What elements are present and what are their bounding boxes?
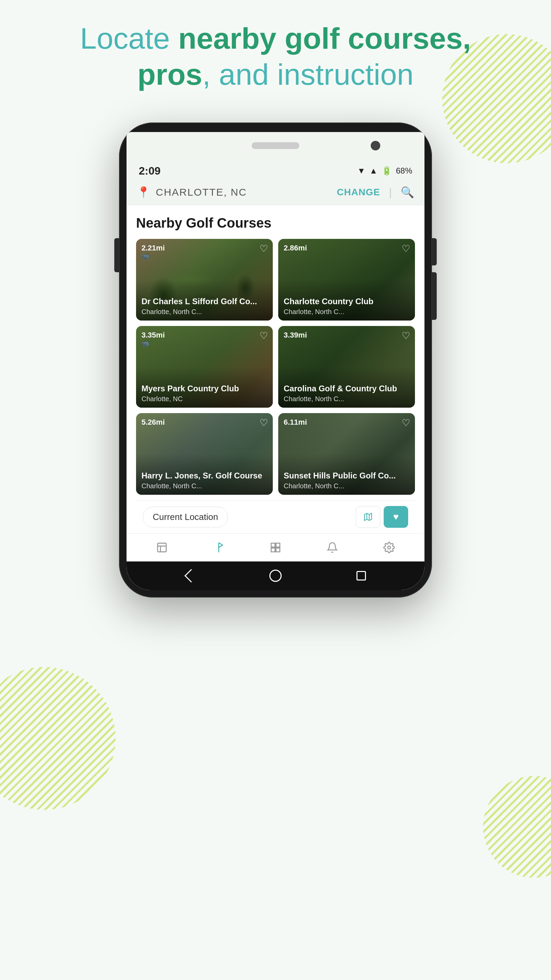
- nav-item-notifications[interactable]: [320, 539, 345, 556]
- course-card-1[interactable]: 2.21mi 📹 ♡ Dr Charles L Sifford Golf Co.…: [136, 239, 273, 321]
- course-name-2: Charlotte Country Club: [284, 296, 410, 307]
- favorite-view-button[interactable]: ♥: [384, 506, 408, 528]
- location-pin-icon: 📍: [137, 186, 150, 199]
- svg-marker-0: [365, 514, 372, 520]
- signal-icon: ▲: [369, 166, 378, 176]
- map-view-button[interactable]: [356, 506, 380, 528]
- phone-screen: 2:09 ▼ ▲ 🔋 68% 📍 CHARLOTTE, NC CHANGE | …: [127, 159, 424, 590]
- bottom-bar: Current Location ♥: [136, 500, 415, 533]
- favorite-icon-3[interactable]: ♡: [259, 330, 268, 341]
- header-text-and: , and instruction: [202, 57, 414, 91]
- android-nav: [127, 562, 424, 590]
- flag-icon: [213, 542, 224, 553]
- decorative-circle-bottom-right: [483, 776, 551, 878]
- course-info-6: Sunset Hills Public Golf Co... Charlotte…: [278, 466, 415, 495]
- phone-button-right-top: [432, 238, 437, 266]
- page-header: Locate nearby golf courses, pros, and in…: [0, 21, 551, 92]
- course-location-5: Charlotte, North C...: [141, 482, 267, 490]
- favorite-icon-4[interactable]: ♡: [402, 330, 410, 341]
- svg-point-11: [388, 546, 391, 549]
- course-location-3: Charlotte, NC: [141, 395, 267, 403]
- phone-top-bar: [127, 132, 424, 159]
- gear-icon: [383, 542, 395, 553]
- news-icon: [156, 542, 168, 553]
- nav-bar: [127, 533, 424, 562]
- video-icon-1: 📹: [141, 253, 149, 260]
- svg-rect-10: [276, 548, 279, 552]
- current-location-button[interactable]: Current Location: [143, 507, 228, 527]
- course-info-3: Myers Park Country Club Charlotte, NC: [136, 379, 273, 408]
- nav-item-settings[interactable]: [376, 539, 402, 556]
- favorite-icon-6[interactable]: ♡: [402, 417, 410, 428]
- change-location-button[interactable]: CHANGE: [337, 187, 380, 198]
- heart-filled-icon: ♥: [393, 511, 399, 522]
- course-location-1: Charlotte, North C...: [141, 308, 267, 316]
- nav-item-grid[interactable]: [263, 539, 288, 556]
- divider: |: [389, 186, 392, 199]
- video-icon-3: 📹: [141, 340, 149, 347]
- course-location-6: Charlotte, North C...: [284, 482, 410, 490]
- section-title: Nearby Golf Courses: [136, 215, 415, 231]
- wifi-icon: ▼: [357, 166, 365, 176]
- course-distance-2: 2.86mi: [284, 243, 307, 253]
- course-location-2: Charlotte, North C...: [284, 308, 410, 316]
- svg-rect-3: [157, 543, 166, 552]
- bottom-bar-icons: ♥: [356, 506, 408, 528]
- content-area: Nearby Golf Courses 2.21mi 📹 ♡ Dr Charle…: [127, 205, 424, 533]
- course-name-4: Carolina Golf & Country Club: [284, 383, 410, 394]
- search-icon[interactable]: 🔍: [401, 186, 414, 199]
- course-name-5: Harry L. Jones, Sr. Golf Course: [141, 470, 267, 481]
- header-text-nearby: nearby golf courses,: [178, 21, 471, 55]
- phone-button-right-bottom: [432, 272, 437, 320]
- grid-icon: [270, 542, 281, 553]
- header-text-locate: Locate: [80, 21, 178, 55]
- course-card-5[interactable]: 5.26mi ♡ Harry L. Jones, Sr. Golf Course…: [136, 413, 273, 495]
- course-grid: 2.21mi 📹 ♡ Dr Charles L Sifford Golf Co.…: [136, 239, 415, 500]
- header-text-pros: pros: [137, 57, 202, 91]
- course-location-4: Charlotte, North C...: [284, 395, 410, 403]
- course-distance-1: 2.21mi: [141, 243, 165, 253]
- svg-rect-7: [271, 543, 275, 547]
- android-back-button[interactable]: [182, 568, 197, 583]
- phone-camera: [371, 141, 380, 150]
- phone-device: 2:09 ▼ ▲ 🔋 68% 📍 CHARLOTTE, NC CHANGE | …: [119, 123, 432, 598]
- android-home-button[interactable]: [268, 568, 283, 583]
- status-icons: ▼ ▲ 🔋 68%: [357, 166, 412, 176]
- bell-icon: [327, 542, 338, 553]
- favorite-icon-1[interactable]: ♡: [259, 243, 268, 254]
- course-info-2: Charlotte Country Club Charlotte, North …: [278, 291, 415, 321]
- course-distance-6: 6.11mi: [284, 418, 307, 427]
- course-info-5: Harry L. Jones, Sr. Golf Course Charlott…: [136, 466, 273, 495]
- nav-item-golf[interactable]: [206, 539, 231, 556]
- phone-speaker: [252, 142, 299, 149]
- nav-item-courses[interactable]: [149, 539, 175, 556]
- location-name: CHARLOTTE, NC: [156, 186, 331, 198]
- favorite-icon-2[interactable]: ♡: [402, 243, 410, 254]
- decorative-circle-bottom-left: [0, 667, 116, 810]
- svg-rect-9: [271, 548, 275, 552]
- favorite-icon-5[interactable]: ♡: [259, 417, 268, 428]
- course-card-4[interactable]: 3.39mi ♡ Carolina Golf & Country Club Ch…: [278, 326, 415, 408]
- course-distance-4: 3.39mi: [284, 331, 307, 340]
- location-bar: 📍 CHARLOTTE, NC CHANGE | 🔍: [127, 180, 424, 205]
- course-name-1: Dr Charles L Sifford Golf Co...: [141, 296, 267, 307]
- course-info-4: Carolina Golf & Country Club Charlotte, …: [278, 379, 415, 408]
- status-time: 2:09: [139, 165, 160, 177]
- course-distance-3: 3.35mi: [141, 331, 165, 340]
- course-name-3: Myers Park Country Club: [141, 383, 267, 394]
- course-card-3[interactable]: 3.35mi 📹 ♡ Myers Park Country Club Charl…: [136, 326, 273, 408]
- battery-percent: 68%: [396, 166, 412, 176]
- course-distance-5: 5.26mi: [141, 418, 165, 427]
- course-card-2[interactable]: 2.86mi ♡ Charlotte Country Club Charlott…: [278, 239, 415, 321]
- course-card-6[interactable]: 6.11mi ♡ Sunset Hills Public Golf Co... …: [278, 413, 415, 495]
- course-info-1: Dr Charles L Sifford Golf Co... Charlott…: [136, 291, 273, 321]
- status-bar: 2:09 ▼ ▲ 🔋 68%: [127, 159, 424, 180]
- svg-rect-8: [276, 543, 279, 547]
- battery-icon: 🔋: [382, 166, 392, 176]
- phone-button-left: [114, 238, 119, 272]
- android-recent-button[interactable]: [354, 568, 369, 583]
- course-name-6: Sunset Hills Public Golf Co...: [284, 470, 410, 481]
